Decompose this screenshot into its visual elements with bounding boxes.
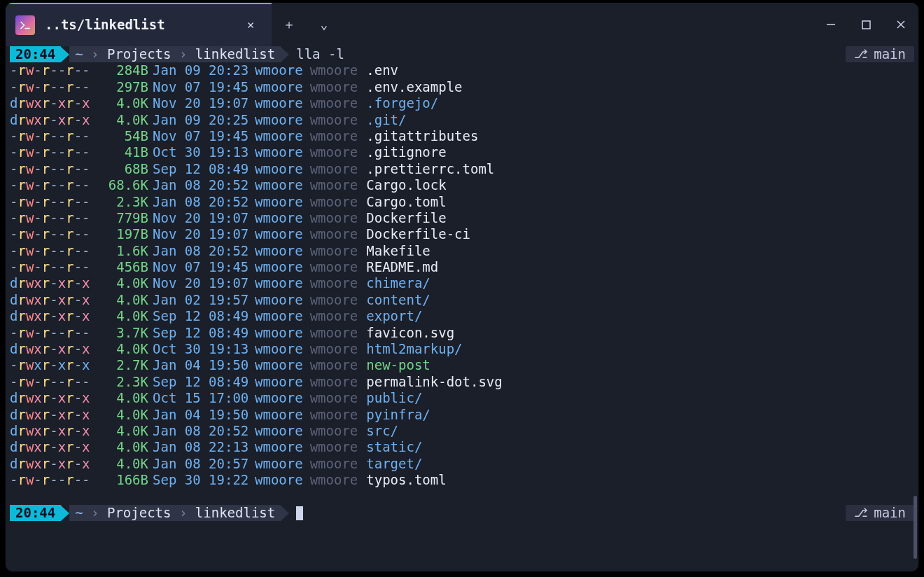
cursor[interactable] (296, 506, 303, 520)
svg-rect-1 (862, 21, 870, 29)
file-group: wmoore (310, 472, 367, 488)
file-row: -rw-r--r--2.3K Sep 12 08:49 wmoorewmoore… (10, 374, 914, 390)
file-permissions: -rw-r--r-- (10, 62, 85, 78)
prompt-line-ready: 20:44 ~ › Projects › linkedlist ⎇ main (10, 505, 914, 521)
file-size: 4.0K (85, 456, 153, 472)
file-owner: wmoore (255, 194, 310, 210)
file-date: Nov 07 19:45 (153, 259, 255, 275)
file-group: wmoore (310, 62, 367, 78)
file-group: wmoore (310, 456, 367, 472)
file-group: wmoore (310, 79, 367, 95)
file-date: Jan 09 20:25 (153, 112, 255, 128)
tab-close-button[interactable]: ✕ (242, 17, 259, 33)
file-row: -rwxr-xr-x2.7K Jan 04 19:50 wmoorewmoore… (10, 357, 914, 373)
file-row: -rw-r--r--2.3K Jan 08 20:52 wmoorewmoore… (10, 194, 914, 210)
file-group: wmoore (310, 374, 367, 390)
file-date: Oct 30 19:13 (153, 144, 255, 160)
file-owner: wmoore (255, 390, 310, 406)
file-name: static/ (366, 439, 422, 455)
git-branch-name: main (874, 46, 906, 62)
file-row: -rw-r--r--3.7K Sep 12 08:49 wmoorewmoore… (10, 325, 914, 341)
file-row: drwxr-xr-x4.0K Jan 08 20:57 wmoorewmoore… (10, 456, 914, 472)
file-name: Dockerfile-ci (366, 226, 470, 242)
file-name: html2markup/ (366, 341, 462, 357)
command-text: lla -l (289, 46, 344, 62)
file-size: 2.3K (85, 194, 153, 210)
file-listing: -rw-r--r--284B Jan 09 20:23 wmoorewmoore… (10, 62, 914, 488)
file-name: .gitignore (366, 144, 446, 160)
file-owner: wmoore (255, 341, 310, 357)
file-row: drwxr-xr-x4.0K Jan 08 22:13 wmoorewmoore… (10, 439, 914, 455)
file-permissions: -rw-r--r-- (10, 374, 85, 390)
new-tab-button[interactable]: ＋ (272, 3, 307, 46)
git-branch-icon: ⎇ (854, 505, 868, 521)
file-row: -rw-r--r--197B Nov 20 19:07 wmoorewmoore… (10, 226, 914, 242)
file-owner: wmoore (255, 62, 310, 78)
file-name: .prettierrc.toml (366, 161, 494, 177)
file-permissions: -rw-r--r-- (10, 194, 85, 210)
file-owner: wmoore (255, 243, 310, 259)
file-owner: wmoore (255, 275, 310, 291)
maximize-button[interactable] (848, 3, 883, 46)
file-owner: wmoore (255, 259, 310, 275)
file-permissions: drwxr-xr-x (10, 390, 85, 406)
file-date: Jan 08 20:52 (153, 177, 255, 193)
tab-dropdown-button[interactable]: ⌄ (307, 3, 342, 46)
file-date: Sep 12 08:49 (153, 374, 255, 390)
file-name: chimera/ (366, 275, 430, 291)
file-date: Nov 07 19:45 (153, 128, 255, 144)
file-group: wmoore (310, 423, 367, 439)
file-size: 4.0K (85, 341, 153, 357)
file-group: wmoore (310, 161, 367, 177)
file-row: drwxr-xr-x4.0K Jan 04 19:50 wmoorewmoore… (10, 407, 914, 423)
file-row: drwxr-xr-x4.0K Jan 02 19:57 wmoorewmoore… (10, 292, 914, 308)
file-owner: wmoore (255, 423, 310, 439)
file-row: -rw-r--r--54B Nov 07 19:45 wmoorewmoore.… (10, 128, 914, 144)
file-size: 779B (85, 210, 153, 226)
minimize-button[interactable] (813, 3, 848, 46)
file-permissions: drwxr-xr-x (10, 275, 85, 291)
file-row: drwxr-xr-x4.0K Nov 20 19:07 wmoorewmoore… (10, 275, 914, 291)
file-size: 2.3K (85, 374, 153, 390)
file-permissions: drwxr-xr-x (10, 112, 85, 128)
prompt-path: ~ › Projects › linkedlist (69, 46, 281, 62)
file-name: Cargo.toml (366, 194, 446, 210)
file-date: Sep 12 08:49 (153, 308, 255, 324)
prompt-time: 20:44 (10, 46, 61, 62)
terminal-body[interactable]: 20:44 ~ › Projects › linkedlist lla -l ⎇… (6, 46, 918, 525)
file-date: Oct 15 17:00 (153, 390, 255, 406)
file-owner: wmoore (255, 456, 310, 472)
file-size: 297B (85, 79, 153, 95)
file-date: Jan 09 20:23 (153, 62, 255, 78)
file-group: wmoore (310, 194, 367, 210)
scrollbar-thumb[interactable] (913, 496, 917, 559)
file-date: Jan 08 22:13 (153, 439, 255, 455)
file-row: drwxr-xr-x4.0K Nov 20 19:07 wmoorewmoore… (10, 95, 914, 111)
file-group: wmoore (310, 259, 367, 275)
file-name: .env.example (366, 79, 462, 95)
file-permissions: -rw-r--r-- (10, 161, 85, 177)
file-group: wmoore (310, 325, 367, 341)
file-name: target/ (366, 456, 422, 472)
file-owner: wmoore (255, 79, 310, 95)
file-permissions: drwxr-xr-x (10, 456, 85, 472)
terminal-profile-icon (15, 15, 35, 35)
active-tab[interactable]: ..ts/linkedlist ✕ (6, 3, 272, 46)
file-name: src/ (366, 423, 398, 439)
file-size: 284B (85, 62, 153, 78)
file-owner: wmoore (255, 407, 310, 423)
file-size: 4.0K (85, 95, 153, 111)
file-group: wmoore (310, 292, 367, 308)
file-owner: wmoore (255, 308, 310, 324)
file-date: Jan 08 20:52 (153, 194, 255, 210)
file-group: wmoore (310, 341, 367, 357)
file-permissions: -rw-r--r-- (10, 79, 85, 95)
file-name: export/ (366, 308, 422, 324)
close-window-button[interactable] (883, 3, 918, 46)
tab-title: ..ts/linkedlist (45, 17, 232, 33)
file-date: Nov 20 19:07 (153, 210, 255, 226)
file-row: drwxr-xr-x4.0K Oct 30 19:13 wmoorewmoore… (10, 341, 914, 357)
file-size: 197B (85, 226, 153, 242)
file-permissions: drwxr-xr-x (10, 439, 85, 455)
file-permissions: -rw-r--r-- (10, 472, 85, 488)
